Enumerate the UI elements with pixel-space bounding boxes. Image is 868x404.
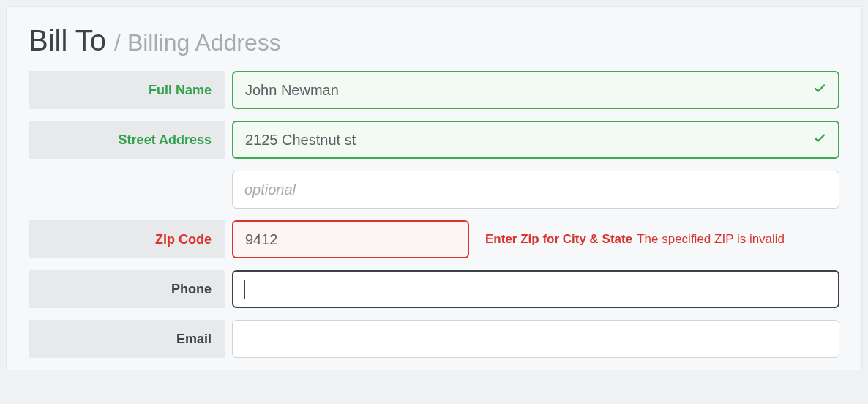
row-phone: Phone — [29, 270, 839, 308]
label-zip: Zip Code — [29, 220, 225, 258]
input-wrap-full-name — [232, 71, 839, 109]
label-street2 — [29, 171, 225, 209]
page-title-main: Bill To — [29, 24, 114, 56]
full-name-field[interactable] — [232, 71, 839, 109]
input-wrap-zip — [232, 220, 469, 258]
street-field[interactable] — [232, 121, 839, 159]
zip-field[interactable] — [232, 220, 469, 258]
zip-hint-title: Enter Zip for City & State — [485, 232, 632, 247]
street2-field[interactable] — [232, 171, 839, 209]
page-title: Bill To / Billing Address — [29, 23, 839, 58]
input-wrap-phone — [232, 270, 839, 308]
row-street: Street Address — [29, 121, 839, 159]
email-field[interactable] — [232, 320, 839, 358]
label-phone: Phone — [29, 270, 225, 308]
phone-field[interactable] — [232, 270, 839, 308]
row-zip: Zip Code Enter Zip for City & State The … — [29, 220, 839, 258]
row-full-name: Full Name — [29, 71, 839, 109]
zip-hint: Enter Zip for City & State The specified… — [469, 220, 839, 258]
input-wrap-email — [232, 320, 839, 358]
row-email: Email — [29, 320, 839, 358]
billing-panel: Bill To / Billing Address Full Name Stre… — [6, 6, 862, 370]
zip-hint-message: The specified ZIP is invalid — [637, 232, 785, 247]
page-title-sub: / Billing Address — [114, 29, 281, 56]
label-full-name: Full Name — [29, 71, 225, 109]
input-wrap-street2 — [232, 171, 839, 209]
row-street2 — [29, 171, 839, 209]
input-wrap-street — [232, 121, 839, 159]
label-street: Street Address — [29, 121, 225, 159]
label-email: Email — [29, 320, 225, 358]
